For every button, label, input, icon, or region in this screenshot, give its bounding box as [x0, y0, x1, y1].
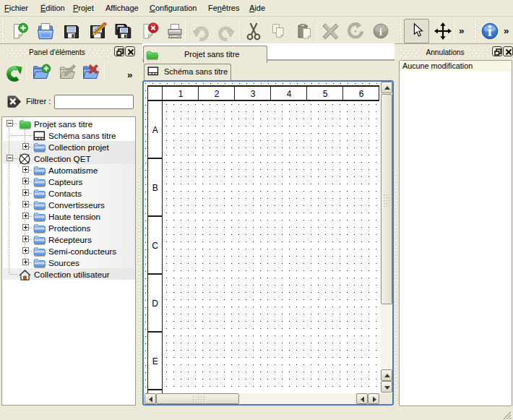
svg-text:D: D	[152, 298, 158, 308]
svg-text:C: C	[152, 240, 158, 250]
svg-text:4: 4	[286, 88, 291, 98]
svg-text:6: 6	[358, 88, 363, 98]
svg-text:1: 1	[178, 88, 183, 98]
svg-text:B: B	[152, 182, 158, 192]
svg-text:2: 2	[214, 88, 219, 98]
svg-text:E: E	[152, 356, 158, 366]
svg-text:A: A	[152, 124, 158, 134]
svg-text:5: 5	[322, 88, 327, 98]
svg-text:3: 3	[250, 88, 255, 98]
svg-text:i: i	[379, 27, 382, 38]
